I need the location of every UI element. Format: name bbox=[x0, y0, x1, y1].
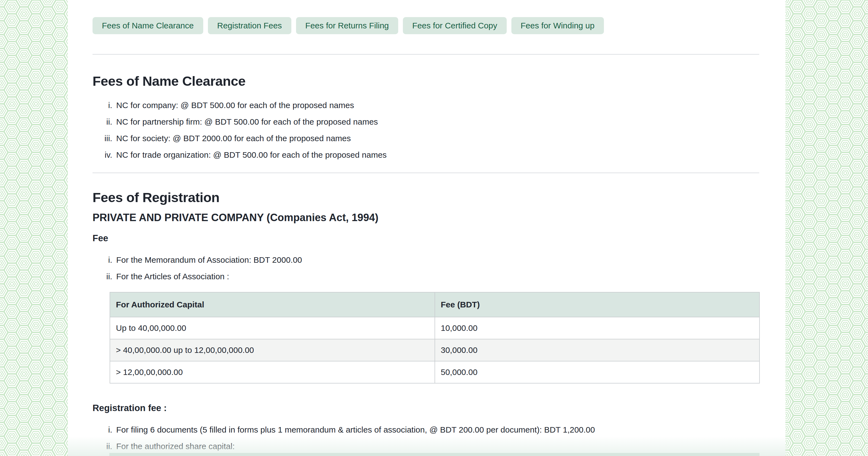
background-pattern-left bbox=[0, 0, 68, 456]
nav-button-registration-fees[interactable]: Registration Fees bbox=[208, 17, 291, 34]
fees-nav-bar: Fees of Name Clearance Registration Fees… bbox=[93, 17, 759, 34]
company-act-heading: PRIVATE AND PRIVATE COMPANY (Companies A… bbox=[93, 212, 759, 224]
column-header-fee-bdt: Fee (BDT) bbox=[435, 292, 760, 317]
nav-button-winding-up[interactable]: Fees for Winding up bbox=[512, 17, 604, 34]
fee-cell: 50,000.00 bbox=[435, 361, 760, 383]
list-item: NC for company: @ BDT 500.00 for each of… bbox=[115, 97, 759, 114]
content-page: Fees of Name Clearance Registration Fees… bbox=[68, 0, 785, 456]
list-item: For the Articles of Association : bbox=[115, 268, 759, 285]
capital-range-cell: > 12,00,00,000.00 bbox=[110, 361, 435, 383]
registration-fee-list: For the Memorandum of Association: BDT 2… bbox=[93, 252, 759, 285]
list-item: NC for society: @ BDT 2000.00 for each o… bbox=[115, 130, 759, 147]
name-clearance-title: Fees of Name Clearance bbox=[93, 73, 759, 89]
registration-fee-details-list: For filing 6 documents (5 filled in form… bbox=[93, 422, 759, 455]
fee-cell: 30,000.00 bbox=[435, 339, 760, 361]
nav-button-returns-filing[interactable]: Fees for Returns Filing bbox=[296, 17, 398, 34]
list-item: For the Memorandum of Association: BDT 2… bbox=[115, 252, 759, 268]
table-row: > 12,00,00,000.00 50,000.00 bbox=[110, 361, 760, 383]
fee-label: Fee bbox=[93, 233, 759, 244]
table-row: > 40,00,000.00 up to 12,00,00,000.00 30,… bbox=[110, 339, 760, 361]
fee-cell: 10,000.00 bbox=[435, 317, 760, 339]
list-item: NC for partnership firm: @ BDT 500.00 fo… bbox=[115, 114, 759, 130]
capital-range-cell: > 40,00,000.00 up to 12,00,00,000.00 bbox=[110, 339, 435, 361]
nav-button-name-clearance[interactable]: Fees of Name Clearance bbox=[93, 17, 203, 34]
table-row: Up to 40,00,000.00 10,000.00 bbox=[110, 317, 760, 339]
column-header-authorized-capital: For Authorized Capital bbox=[110, 292, 435, 317]
table-header-row: For Authorized Capital Fee (BDT) bbox=[110, 292, 760, 317]
list-item: NC for trade organization: @ BDT 500.00 … bbox=[115, 147, 759, 163]
list-item: For the authorized share capital: bbox=[115, 438, 759, 455]
section-divider bbox=[93, 54, 759, 55]
registration-title: Fees of Registration bbox=[93, 190, 759, 205]
registration-fee-label: Registration fee : bbox=[93, 403, 759, 413]
name-clearance-list: NC for company: @ BDT 500.00 for each of… bbox=[93, 97, 759, 163]
list-item: For filing 6 documents (5 filled in form… bbox=[115, 422, 759, 438]
section-divider bbox=[93, 173, 759, 173]
authorized-capital-table: For Authorized Capital Fee (BDT) Up to 4… bbox=[110, 292, 760, 383]
background-pattern-right bbox=[785, 0, 868, 456]
nav-button-certified-copy[interactable]: Fees for Certified Copy bbox=[403, 17, 506, 34]
capital-range-cell: Up to 40,00,000.00 bbox=[110, 317, 435, 339]
